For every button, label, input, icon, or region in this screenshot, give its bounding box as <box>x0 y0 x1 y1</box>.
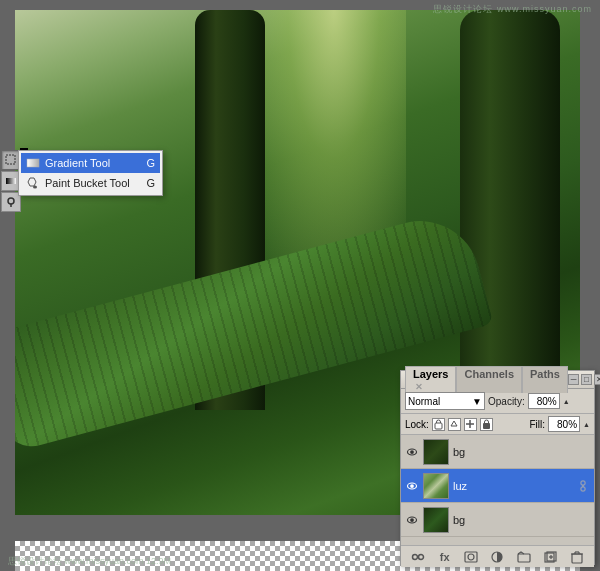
layer-name-bg-top: bg <box>453 446 590 458</box>
panel-minimize-btn[interactable]: ─ <box>568 374 579 385</box>
layers-titlebar: Layers ✕ Channels Paths ─ □ ✕ <box>401 371 594 389</box>
lock-position-btn[interactable] <box>464 418 477 431</box>
layers-panel: Layers ✕ Channels Paths ─ □ ✕ Normal ▼ O… <box>400 370 595 565</box>
layer-name-bg-bottom: bg <box>453 514 590 526</box>
svg-rect-15 <box>581 487 585 491</box>
svg-point-2 <box>8 198 14 204</box>
watermark-top: 思锐设计论坛 www.missyuan.com <box>433 3 592 16</box>
gradient-tool-shortcut: G <box>146 157 155 169</box>
paint-bucket-shortcut: G <box>146 177 155 189</box>
layer-name-luz: luz <box>453 480 572 492</box>
layer-thumb-bg-bottom <box>423 507 449 533</box>
svg-rect-1 <box>6 178 16 184</box>
svg-point-18 <box>410 518 414 522</box>
svg-point-13 <box>410 484 414 488</box>
paint-bucket-icon <box>26 176 40 190</box>
svg-rect-9 <box>483 423 490 429</box>
blend-mode-value: Normal <box>408 396 440 407</box>
fill-label: Fill: <box>530 419 546 430</box>
lock-label: Lock: <box>405 419 429 430</box>
layer-thumb-luz <box>423 473 449 499</box>
layer-visibility-bg-bottom[interactable] <box>405 513 419 527</box>
layers-tabs: Layers ✕ Channels Paths <box>405 366 568 393</box>
panel-close-btn[interactable]: ✕ <box>594 374 600 385</box>
opacity-input[interactable]: 80% <box>528 393 560 409</box>
layers-list: bg luz bg <box>401 435 594 545</box>
svg-rect-4 <box>27 159 39 167</box>
svg-point-20 <box>419 554 424 559</box>
layer-chain-icon <box>576 479 590 493</box>
layer-thumb-bg-top <box>423 439 449 465</box>
svg-rect-6 <box>435 423 442 429</box>
new-group-btn[interactable] <box>516 549 532 565</box>
layer-item-bg-bottom[interactable]: bg <box>401 503 594 537</box>
tree-right <box>460 10 560 390</box>
layer-item-bg-top[interactable]: bg <box>401 435 594 469</box>
tab-channels[interactable]: Channels <box>456 366 522 393</box>
lock-all-btn[interactable] <box>480 418 493 431</box>
add-mask-btn[interactable] <box>463 549 479 565</box>
layer-item-luz[interactable]: luz <box>401 469 594 503</box>
svg-rect-30 <box>572 554 582 563</box>
layer-visibility-luz[interactable] <box>405 479 419 493</box>
blend-mode-dropdown[interactable]: Normal ▼ <box>405 392 485 410</box>
svg-point-19 <box>413 554 418 559</box>
layers-bottombar: fx <box>401 545 594 567</box>
fill-arrow-up[interactable]: ▲ <box>583 421 590 428</box>
svg-rect-0 <box>6 155 15 164</box>
lock-transparency-btn[interactable] <box>432 418 445 431</box>
opacity-label: Opacity: <box>488 396 525 407</box>
lock-image-pixels-btn[interactable] <box>448 418 461 431</box>
lock-fill-row: Lock: Fill: 80% ▲ <box>401 414 594 435</box>
panel-title-buttons: ─ □ ✕ <box>568 374 600 385</box>
add-style-btn[interactable]: fx <box>437 549 453 565</box>
blend-mode-arrow: ▼ <box>472 396 482 407</box>
fill-input[interactable]: 80% <box>548 416 580 432</box>
gradient-tool-label: Gradient Tool <box>45 157 110 169</box>
panel-maximize-btn[interactable]: □ <box>581 374 592 385</box>
tool-flyout-menu: Gradient Tool G Paint Bucket Tool G <box>18 150 163 196</box>
watermark-bottom: 思锐设计论坛 www.missyuan.com 12.9M <box>8 555 171 568</box>
svg-rect-25 <box>518 554 530 562</box>
opacity-arrow-up[interactable]: ▲ <box>563 398 570 405</box>
layer-visibility-bg-top[interactable] <box>405 445 419 459</box>
new-fill-adjustment-btn[interactable] <box>489 549 505 565</box>
tab-layers[interactable]: Layers ✕ <box>405 366 456 393</box>
link-layers-btn[interactable] <box>410 549 426 565</box>
delete-layer-btn[interactable] <box>569 549 585 565</box>
new-layer-btn[interactable] <box>542 549 558 565</box>
fill-val: 80% <box>557 419 577 430</box>
opacity-val: 80% <box>537 396 557 407</box>
paint-bucket-label: Paint Bucket Tool <box>45 177 130 189</box>
flyout-gradient-tool[interactable]: Gradient Tool G <box>21 153 160 173</box>
svg-point-23 <box>468 554 474 560</box>
tab-paths[interactable]: Paths <box>522 366 568 393</box>
svg-rect-14 <box>581 481 585 485</box>
svg-point-5 <box>33 186 37 189</box>
flyout-paint-bucket-tool[interactable]: Paint Bucket Tool G <box>21 173 160 193</box>
gradient-tool-icon <box>26 156 40 170</box>
svg-point-11 <box>410 450 414 454</box>
